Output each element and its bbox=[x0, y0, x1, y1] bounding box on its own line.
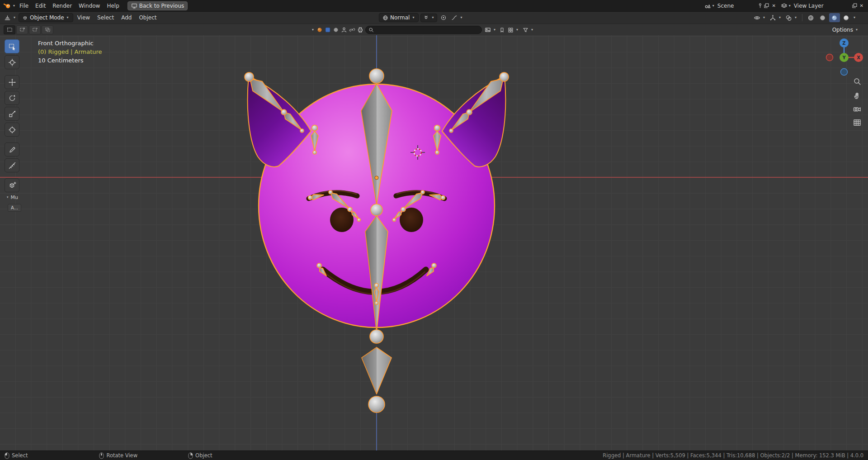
joint-horn-left-base[interactable] bbox=[300, 129, 304, 133]
pan-hand-button[interactable] bbox=[853, 91, 863, 101]
scene-browse-chevron-icon[interactable]: ▾ bbox=[712, 4, 715, 8]
bone-root[interactable] bbox=[362, 347, 392, 394]
menu-add[interactable]: Add bbox=[118, 13, 135, 22]
scene-name[interactable]: Scene bbox=[716, 1, 736, 10]
search-input-wrapper[interactable] bbox=[365, 26, 482, 34]
navigation-gizmo[interactable]: Z X Y bbox=[823, 37, 865, 78]
gizmos-dropdown[interactable]: ▾ bbox=[768, 14, 783, 22]
transform-orientation-dropdown[interactable]: Normal ▾ bbox=[379, 13, 419, 22]
toggle-ortho-button[interactable] bbox=[853, 118, 863, 128]
joint-horn-right-tip[interactable] bbox=[500, 72, 509, 81]
menu-help[interactable]: Help bbox=[104, 1, 122, 10]
mode-dropdown[interactable]: Object Mode ▾ bbox=[19, 13, 73, 22]
joint-eye-right[interactable] bbox=[393, 218, 396, 222]
texture-square-icon[interactable] bbox=[325, 27, 331, 33]
joint-horn-right-mid[interactable] bbox=[467, 109, 472, 115]
viewport-3d[interactable]: Front Orthographic (0) Rigged | Armature… bbox=[0, 35, 868, 451]
material-ball-icon[interactable] bbox=[316, 27, 323, 33]
app-menu-chevron-icon[interactable]: ▾ bbox=[12, 4, 16, 8]
overlays-dropdown[interactable]: ▾ bbox=[784, 14, 799, 22]
joint-eye-left[interactable] bbox=[358, 218, 361, 222]
thumbnail-dropdown[interactable]: ▾ bbox=[484, 26, 497, 34]
editor-type-button[interactable]: ▾ bbox=[3, 14, 18, 22]
joint-root[interactable] bbox=[368, 396, 385, 413]
joint-brow-left-inner[interactable] bbox=[348, 207, 352, 212]
display-mode-dropdown[interactable]: ▾ bbox=[507, 26, 520, 34]
remove-view-layer-icon[interactable]: ✕ bbox=[858, 2, 865, 9]
select-mode-extend-button[interactable] bbox=[16, 25, 28, 34]
select-mode-intersect-button[interactable] bbox=[42, 25, 53, 34]
menu-window[interactable]: Window bbox=[75, 1, 103, 10]
object-visibility-dropdown[interactable]: ▾ bbox=[752, 14, 767, 22]
gizmo-z-negative-ball[interactable] bbox=[841, 69, 848, 76]
joint-horn-right-base[interactable] bbox=[449, 129, 453, 133]
tool-rotate[interactable] bbox=[5, 91, 19, 105]
menu-edit[interactable]: Edit bbox=[32, 1, 49, 10]
filter-dropdown[interactable]: ▾ bbox=[522, 26, 535, 34]
menu-view[interactable]: View bbox=[74, 13, 93, 22]
panel-tab-mu[interactable]: ▾ Mu bbox=[6, 194, 18, 200]
menu-object[interactable]: Object bbox=[136, 13, 160, 22]
world-sphere-icon[interactable] bbox=[333, 27, 339, 33]
tool-scale[interactable] bbox=[5, 107, 19, 121]
cluster-chevron-icon[interactable]: ▾ bbox=[311, 28, 315, 32]
joint-brow-right-inner[interactable] bbox=[401, 207, 406, 212]
joint-brow-top-right-end[interactable] bbox=[435, 151, 439, 154]
joint-brow-top-left-end[interactable] bbox=[313, 151, 316, 154]
tool-add-cube[interactable] bbox=[5, 178, 19, 192]
shading-chevron-icon[interactable]: ▾ bbox=[853, 16, 856, 19]
shading-rendered-button[interactable] bbox=[841, 13, 852, 22]
tool-cursor[interactable] bbox=[5, 55, 19, 69]
snap-dropdown[interactable]: ▾ bbox=[420, 14, 437, 22]
new-scene-icon[interactable] bbox=[764, 3, 769, 9]
gizmo-x-negative-ball[interactable] bbox=[826, 54, 833, 61]
proportional-editing-icon[interactable] bbox=[439, 14, 448, 21]
bookmark-icon[interactable] bbox=[499, 27, 505, 33]
tool-annotate[interactable] bbox=[5, 142, 19, 156]
joint-brow-right-mid[interactable] bbox=[421, 190, 425, 194]
menu-select[interactable]: Select bbox=[94, 13, 117, 22]
view-layer-icon[interactable] bbox=[781, 2, 788, 9]
panel-button-a[interactable]: A... bbox=[8, 204, 21, 212]
view-layer-name[interactable]: View Layer bbox=[792, 1, 826, 10]
select-mode-subtract-button[interactable] bbox=[29, 25, 41, 34]
tool-transform[interactable] bbox=[5, 123, 19, 137]
joint-brow-right-outer[interactable] bbox=[441, 196, 445, 200]
printer-icon[interactable] bbox=[357, 27, 363, 33]
armature-person-icon[interactable] bbox=[341, 27, 347, 33]
joint-head-top[interactable] bbox=[369, 69, 384, 83]
camera-view-button[interactable] bbox=[853, 104, 863, 114]
joint-smile-left[interactable] bbox=[317, 263, 321, 268]
options-button[interactable]: Options ▾ bbox=[829, 26, 862, 34]
tool-move[interactable] bbox=[5, 75, 19, 89]
joint-smile-right[interactable] bbox=[432, 263, 436, 268]
joint-brow-left-outer[interactable] bbox=[308, 196, 312, 200]
tool-select-box[interactable] bbox=[5, 39, 19, 53]
joint-neck[interactable] bbox=[370, 330, 383, 343]
menu-file[interactable]: File bbox=[16, 1, 32, 10]
back-to-previous-button[interactable]: Back to Previous bbox=[127, 1, 188, 10]
joint-horn-left-tip[interactable] bbox=[245, 72, 254, 81]
joint-brow-left-mid[interactable] bbox=[329, 190, 332, 194]
view-layer-browse-chevron-icon[interactable]: ▾ bbox=[788, 4, 792, 8]
joint-chin-top[interactable] bbox=[375, 284, 379, 288]
joint-brow-top-right[interactable] bbox=[434, 125, 440, 131]
delete-scene-icon[interactable]: ✕ bbox=[770, 2, 777, 9]
joint-chin-bottom[interactable] bbox=[375, 302, 378, 305]
pin-icon[interactable] bbox=[757, 3, 763, 9]
select-mode-set-button[interactable] bbox=[4, 25, 15, 34]
link-icon[interactable] bbox=[349, 27, 355, 33]
new-view-layer-icon[interactable] bbox=[852, 3, 858, 9]
joint-horn-left-mid[interactable] bbox=[281, 109, 287, 115]
scene-icon[interactable] bbox=[704, 2, 711, 9]
shading-solid-button[interactable] bbox=[817, 13, 828, 22]
zoom-button[interactable] bbox=[853, 77, 863, 87]
tool-measure[interactable] bbox=[5, 158, 19, 172]
menu-render[interactable]: Render bbox=[49, 1, 75, 10]
shading-wireframe-button[interactable] bbox=[806, 13, 816, 22]
viewport-canvas[interactable] bbox=[0, 35, 868, 451]
joint-brow-top-left[interactable] bbox=[312, 125, 318, 131]
shading-material-preview-button[interactable] bbox=[829, 13, 840, 22]
joint-head-center[interactable] bbox=[371, 204, 382, 216]
blender-logo-icon[interactable] bbox=[3, 2, 12, 10]
